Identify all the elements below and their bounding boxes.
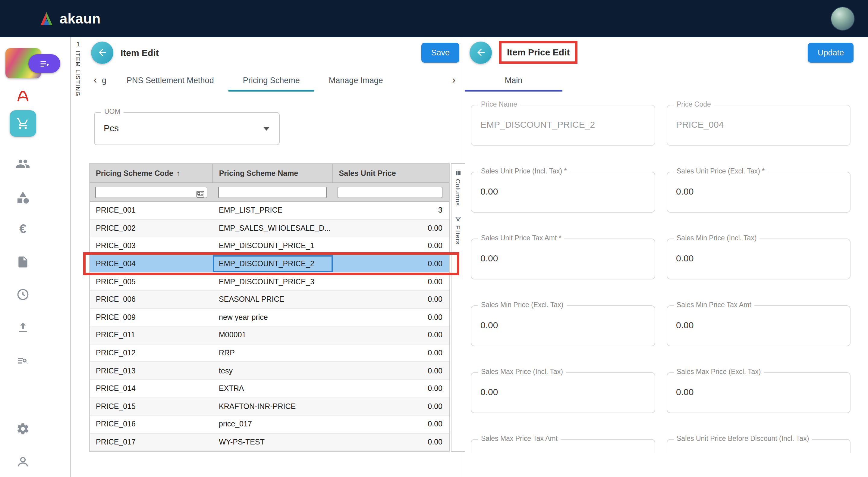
menu-pill-button[interactable] — [28, 54, 60, 73]
form-field[interactable]: Sales Max Price (Excl. Tax)0.00 — [666, 372, 850, 413]
field-label: Sales Max Price (Excl. Tax) — [674, 368, 764, 375]
filters-tool[interactable]: Filters — [455, 216, 462, 244]
cell-sales-unit-price: 0.00 — [333, 380, 449, 397]
pricing-scheme-row[interactable]: PRICE_006SEASONAL PRICE0.00 — [90, 291, 449, 309]
form-field[interactable]: Sales Unit Price (Excl. Tax) *0.00 — [666, 172, 850, 213]
cell-pricing-scheme-name: EMP_LIST_PRICE — [213, 202, 333, 219]
pricing-scheme-row[interactable]: PRICE_004EMP_DISCOUNT_PRICE_20.00 — [90, 255, 449, 273]
cell-pricing-scheme-name: new year price — [213, 309, 333, 326]
header-pricing-scheme-code[interactable]: Pricing Scheme Code ↑ — [90, 164, 213, 182]
pricing-scheme-table: Pricing Scheme Code ↑ Pricing Scheme Nam… — [89, 163, 465, 452]
tab-pricing-scheme[interactable]: Pricing Scheme — [228, 69, 314, 92]
sidebar-item-settings[interactable] — [0, 422, 46, 436]
form-field[interactable]: Sales Max Price (Incl. Tax)0.00 — [471, 372, 655, 413]
header-sales-unit-price[interactable]: Sales Unit Price — [333, 164, 449, 182]
tabs-scroll-right-icon[interactable]: › — [447, 69, 461, 92]
form-field[interactable]: Sales Max Price Tax Amt — [471, 439, 655, 453]
field-value: PRICE_004 — [676, 119, 724, 130]
sidebar-item-currency[interactable]: € — [0, 222, 46, 236]
sidebar-item-history[interactable] — [0, 288, 46, 301]
cell-sales-unit-price: 0.00 — [333, 433, 449, 450]
filter-code-input[interactable] — [95, 186, 207, 198]
field-value: EMP_DISCOUNT_PRICE_2 — [480, 119, 595, 130]
sidebar-item-account[interactable] — [0, 455, 46, 469]
cell-sales-unit-price: 3 — [333, 202, 449, 219]
cell-pricing-scheme-code: PRICE_006 — [90, 291, 213, 308]
tab-partial[interactable]: g — [102, 69, 112, 92]
user-avatar[interactable] — [831, 7, 855, 31]
cell-pricing-scheme-name: M00001 — [213, 327, 333, 344]
field-label: Sales Max Price Tax Amt — [478, 435, 561, 442]
save-button[interactable]: Save — [421, 42, 459, 62]
columns-tool[interactable]: Columns — [455, 169, 462, 206]
acrobat-icon — [16, 89, 30, 104]
brand: akaun — [38, 10, 101, 27]
pricing-scheme-row[interactable]: PRICE_016price_0170.00 — [90, 416, 449, 433]
pricing-scheme-row[interactable]: PRICE_001EMP_LIST_PRICE3 — [90, 202, 449, 219]
sidebar-gap — [46, 37, 71, 477]
cell-pricing-scheme-code: PRICE_003 — [90, 237, 213, 254]
listing-tab-strip[interactable]: 1 ITEM LISTING — [71, 37, 85, 477]
field-label: Sales Min Price Tax Amt — [674, 301, 754, 308]
form-field[interactable]: Sales Min Price Tax Amt0.00 — [666, 305, 850, 346]
filter-name-input[interactable] — [218, 186, 327, 198]
sort-asc-icon: ↑ — [176, 169, 180, 177]
brand-name: akaun — [60, 10, 101, 27]
cell-pricing-scheme-code: PRICE_015 — [90, 398, 213, 415]
pricing-scheme-row[interactable]: PRICE_014EXTRA0.00 — [90, 380, 449, 398]
pricing-scheme-row[interactable]: PRICE_017WY-PS-TEST0.00 — [90, 433, 449, 451]
pricing-scheme-row[interactable]: PRICE_011M000010.00 — [90, 327, 449, 344]
item-edit-tabs: ‹ g PNS Settlement Method Pricing Scheme… — [89, 69, 461, 92]
field-value: 0.00 — [480, 253, 498, 263]
header-pricing-scheme-name[interactable]: Pricing Scheme Name — [213, 164, 333, 182]
pricing-scheme-row[interactable]: PRICE_012RRP0.00 — [90, 344, 449, 362]
lookup-card-icon[interactable] — [196, 191, 204, 197]
field-label: Sales Unit Price Tax Amt * — [478, 234, 564, 241]
pricing-scheme-row[interactable]: PRICE_015KRAFTON-INR-PRICE0.00 — [90, 398, 449, 416]
cell-sales-unit-price: 0.00 — [333, 398, 449, 415]
form-field[interactable]: Sales Unit Price (Incl. Tax) *0.00 — [471, 172, 655, 213]
table-filter-row — [90, 183, 449, 202]
cell-sales-unit-price: 0.00 — [333, 219, 449, 237]
form-field[interactable]: Sales Min Price (Excl. Tax)0.00 — [471, 305, 655, 346]
tab-pns-settlement-method[interactable]: PNS Settlement Method — [112, 69, 228, 92]
field-value: 0.00 — [480, 387, 498, 397]
cell-pricing-scheme-code: PRICE_017 — [90, 433, 213, 450]
back-button[interactable] — [470, 41, 492, 64]
sidebar-item-acrobat[interactable] — [0, 89, 46, 104]
cell-sales-unit-price: 0.00 — [333, 416, 449, 433]
pricing-scheme-row[interactable]: PRICE_013tesy0.00 — [90, 362, 449, 380]
pricing-scheme-row[interactable]: PRICE_003EMP_DISCOUNT_PRICE_10.00 — [90, 237, 449, 255]
tab-main[interactable]: Main — [465, 69, 562, 92]
tabs-scroll-left-icon[interactable]: ‹ — [89, 69, 102, 92]
item-edit-panel: Item Edit Save ‹ g PNS Settlement Method… — [85, 37, 462, 477]
form-field[interactable]: Sales Unit Price Tax Amt *0.00 — [471, 238, 655, 279]
pricing-scheme-row[interactable]: PRICE_009new year price0.00 — [90, 309, 449, 327]
topbar: akaun — [0, 0, 868, 37]
back-button[interactable] — [91, 41, 113, 64]
uom-select[interactable]: UOM Pcs — [94, 112, 280, 145]
cell-pricing-scheme-name: SEASONAL PRICE — [213, 291, 333, 308]
update-button[interactable]: Update — [808, 42, 854, 62]
cell-pricing-scheme-code: PRICE_012 — [90, 344, 213, 362]
tab-manage-image[interactable]: Manage Image — [314, 69, 398, 92]
sidebar-item-search-list[interactable] — [0, 354, 46, 367]
sidebar-item-category[interactable] — [0, 190, 46, 205]
pricing-scheme-row[interactable]: PRICE_005EMP_DISCOUNT_PRICE_30.00 — [90, 273, 449, 291]
sidebar-item-upload[interactable] — [0, 321, 46, 334]
field-label: Sales Min Price (Excl. Tax) — [478, 301, 566, 308]
sidebar-item-contacts[interactable] — [0, 157, 46, 171]
pricing-scheme-row[interactable]: PRICE_002EMP_SALES_WHOLESALE_D...0.00 — [90, 219, 449, 237]
sidebar-item-file[interactable] — [0, 255, 46, 269]
filter-price-input[interactable] — [338, 186, 442, 198]
field-label: Price Name — [478, 101, 520, 108]
sidebar-item-pos-active[interactable] — [10, 110, 36, 137]
cell-pricing-scheme-name: price_017 — [213, 416, 333, 433]
form-field[interactable]: Sales Unit Price Before Discount (Incl. … — [666, 439, 850, 453]
cell-pricing-scheme-code: PRICE_014 — [90, 380, 213, 397]
screen: akaun — [0, 0, 868, 477]
field-label: Sales Unit Price (Excl. Tax) * — [674, 167, 768, 175]
form-field[interactable]: Sales Min Price (Incl. Tax)0.00 — [666, 238, 850, 279]
cell-pricing-scheme-name: EMP_DISCOUNT_PRICE_3 — [213, 273, 333, 290]
cell-pricing-scheme-code: PRICE_013 — [90, 362, 213, 379]
